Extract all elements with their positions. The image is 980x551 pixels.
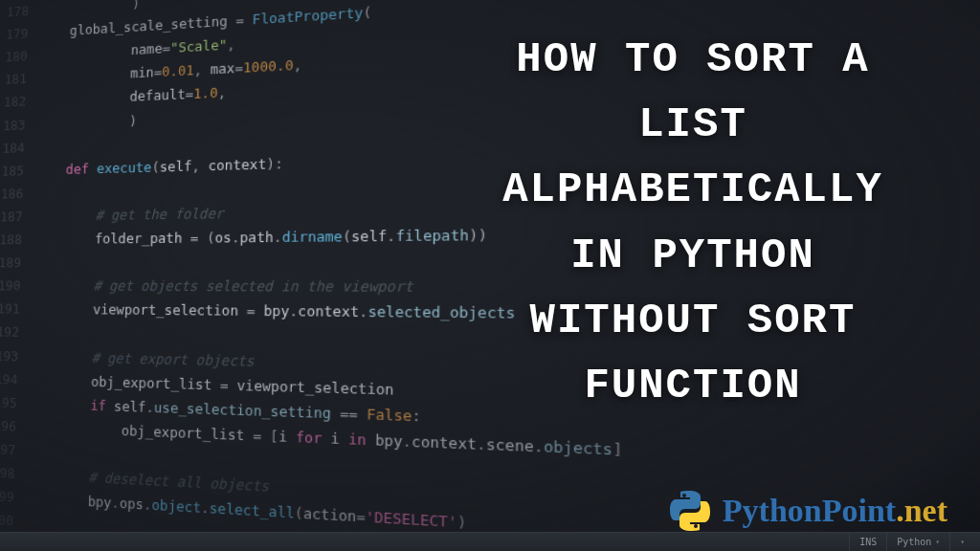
chevron-down-icon: ▾ — [960, 538, 965, 546]
thumbnail-canvas: 177 default='Y',178 )179 global_scale_se… — [0, 0, 980, 551]
status-ins-label: INS — [859, 537, 877, 547]
brand-tld: .net — [896, 493, 947, 528]
brand-text: PythonPoint.net — [723, 493, 947, 529]
status-ins: INS — [849, 533, 886, 551]
brand-badge: PythonPoint.net — [667, 488, 947, 534]
main-title: HOW TO SORT ALISTALPHABETICALLYIN PYTHON… — [434, 27, 951, 418]
status-lang: Python ▾ — [886, 533, 949, 551]
chevron-down-icon: ▾ — [935, 538, 940, 546]
editor-status-bar: INS Python ▾ ▾ — [0, 532, 980, 551]
status-lang-label: Python — [897, 537, 931, 547]
status-extra: ▾ — [949, 533, 974, 551]
python-logo-icon — [667, 488, 713, 534]
brand-name: PythonPoint — [723, 493, 896, 528]
